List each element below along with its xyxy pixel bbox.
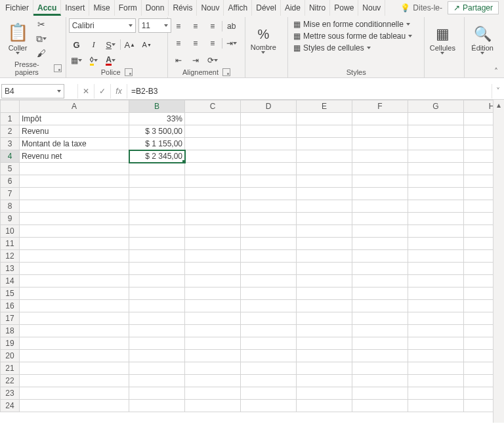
cell-B6[interactable] (129, 175, 185, 188)
cell-G7[interactable] (408, 188, 464, 200)
cell-E17[interactable] (297, 312, 352, 325)
cell-B7[interactable] (129, 188, 185, 200)
cell-D16[interactable] (241, 300, 297, 312)
cell-F12[interactable] (352, 250, 408, 263)
cell-G11[interactable] (408, 238, 464, 250)
cell-A23[interactable] (20, 387, 129, 400)
cell-E7[interactable] (297, 188, 352, 200)
fill-color-button[interactable]: ◊ (86, 54, 102, 67)
cell-A2[interactable]: Revenu (20, 125, 129, 138)
cells-button[interactable]: ▦ Cellules (427, 18, 457, 62)
tell-me-search[interactable]: 💡 Dites-le- (395, 3, 448, 12)
cell-D11[interactable] (241, 238, 297, 250)
paste-button[interactable]: 📋 Coller (3, 16, 33, 60)
cell-G12[interactable] (408, 250, 464, 263)
column-header-C[interactable]: C (185, 100, 241, 113)
cell-F6[interactable] (352, 175, 408, 188)
cell-E23[interactable] (297, 387, 352, 400)
cell-C21[interactable] (185, 362, 241, 375)
cell-B18[interactable] (129, 325, 185, 337)
tab-data[interactable]: Donn (142, 0, 169, 16)
cell-C6[interactable] (185, 175, 241, 188)
row-header-6[interactable]: 6 (1, 175, 20, 188)
cell-A14[interactable] (20, 275, 129, 288)
cell-B16[interactable] (129, 300, 185, 312)
cell-A12[interactable] (20, 250, 129, 263)
cell-A10[interactable] (20, 225, 129, 238)
cell-B19[interactable] (129, 337, 185, 350)
row-header-17[interactable]: 17 (1, 312, 20, 325)
tab-nitro[interactable]: Nitro (305, 0, 330, 16)
cell-E15[interactable] (297, 288, 352, 300)
cell-A22[interactable] (20, 375, 129, 387)
cell-A5[interactable] (20, 163, 129, 175)
cell-A21[interactable] (20, 362, 129, 375)
clipboard-launcher[interactable] (54, 64, 62, 72)
cell-C23[interactable] (185, 387, 241, 400)
cell-G2[interactable] (408, 125, 464, 138)
font-color-button[interactable]: A (103, 54, 119, 67)
row-header-5[interactable]: 5 (1, 163, 20, 175)
cell-C24[interactable] (185, 400, 241, 412)
cell-C16[interactable] (185, 300, 241, 312)
cell-D1[interactable] (241, 113, 297, 125)
cell-A24[interactable] (20, 400, 129, 412)
cell-D5[interactable] (241, 163, 297, 175)
cell-D6[interactable] (241, 175, 297, 188)
cell-B21[interactable] (129, 362, 185, 375)
cell-E11[interactable] (297, 238, 352, 250)
cell-A1[interactable]: Impôt (20, 113, 129, 125)
cell-G16[interactable] (408, 300, 464, 312)
cell-G21[interactable] (408, 362, 464, 375)
cell-F9[interactable] (352, 213, 408, 225)
editing-button[interactable]: 🔍 Édition (467, 18, 497, 62)
cell-A8[interactable] (20, 200, 129, 213)
align-right-button[interactable]: ≡ (205, 37, 220, 50)
alignment-launcher[interactable] (222, 68, 230, 76)
cell-A20[interactable] (20, 350, 129, 362)
cell-G22[interactable] (408, 375, 464, 387)
cell-D15[interactable] (241, 288, 297, 300)
cell-C22[interactable] (185, 375, 241, 387)
cell-D10[interactable] (241, 225, 297, 238)
cell-C10[interactable] (185, 225, 241, 238)
cell-C12[interactable] (185, 250, 241, 263)
cell-C19[interactable] (185, 337, 241, 350)
vertical-scrollbar[interactable]: ▴ (493, 100, 504, 423)
cell-G18[interactable] (408, 325, 464, 337)
cell-D8[interactable] (241, 200, 297, 213)
cell-D14[interactable] (241, 275, 297, 288)
number-format-button[interactable]: % Nombre (248, 18, 278, 62)
cell-C11[interactable] (185, 238, 241, 250)
cell-B17[interactable] (129, 312, 185, 325)
cell-D2[interactable] (241, 125, 297, 138)
cell-D4[interactable] (241, 150, 297, 163)
cell-B12[interactable] (129, 250, 185, 263)
cell-A6[interactable] (20, 175, 129, 188)
cell-G15[interactable] (408, 288, 464, 300)
scroll-up-button[interactable]: ▴ (494, 100, 504, 110)
cell-D21[interactable] (241, 362, 297, 375)
tab-review[interactable]: Révis (169, 0, 197, 16)
cell-C20[interactable] (185, 350, 241, 362)
cell-C15[interactable] (185, 288, 241, 300)
cell-styles-button[interactable]: ▦ Styles de cellules (291, 42, 373, 54)
cell-G9[interactable] (408, 213, 464, 225)
cell-G6[interactable] (408, 175, 464, 188)
row-header-22[interactable]: 22 (1, 375, 20, 387)
cell-G1[interactable] (408, 113, 464, 125)
cell-D22[interactable] (241, 375, 297, 387)
cell-E14[interactable] (297, 275, 352, 288)
format-painter-button[interactable]: 🖌 (34, 47, 49, 60)
cell-D19[interactable] (241, 337, 297, 350)
cell-D7[interactable] (241, 188, 297, 200)
cell-D3[interactable] (241, 138, 297, 150)
formula-input[interactable]: =B2-B3 (127, 84, 492, 98)
row-header-2[interactable]: 2 (1, 125, 20, 138)
cell-G10[interactable] (408, 225, 464, 238)
cell-E19[interactable] (297, 337, 352, 350)
font-launcher[interactable] (125, 68, 133, 76)
cell-F23[interactable] (352, 387, 408, 400)
grow-font-button[interactable]: A▲ (122, 38, 138, 51)
cell-B3[interactable]: $ 1 155,00 (129, 138, 185, 150)
